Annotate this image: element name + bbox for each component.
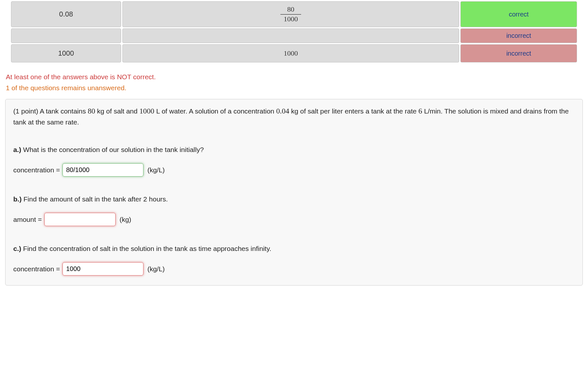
part-b-field-label: amount = <box>13 216 42 223</box>
status-cell-incorrect: incorrect <box>460 44 577 62</box>
table-row: 0.08 80 1000 correct <box>11 1 577 27</box>
status-cell-correct: correct <box>460 1 577 27</box>
preview-cell: 80 1000 <box>122 1 459 27</box>
part-a-field-label: concentration = <box>13 166 60 174</box>
part-b: b.) Find the amount of salt in the tank … <box>13 195 575 226</box>
part-a-question: a.) What is the concentration of our sol… <box>13 146 575 154</box>
part-c-input[interactable] <box>62 262 143 276</box>
entered-cell: 1000 <box>11 44 121 62</box>
part-c-field-label: concentration = <box>13 265 60 273</box>
part-a-input[interactable] <box>62 163 143 177</box>
error-message: At least one of the answers above is NOT… <box>6 71 588 82</box>
messages: At least one of the answers above is NOT… <box>6 71 588 93</box>
part-b-input[interactable] <box>44 213 116 226</box>
preview-cell: 1000 <box>122 44 459 62</box>
fraction: 80 1000 <box>280 5 301 23</box>
results-table: 0.08 80 1000 correct incorrect 1000 1000… <box>10 0 578 64</box>
warning-message: 1 of the questions remains unanswered. <box>6 82 588 93</box>
part-c-unit: (kg/L) <box>147 265 165 273</box>
entered-cell <box>11 28 121 43</box>
table-row: 1000 1000 incorrect <box>11 44 577 62</box>
part-a-unit: (kg/L) <box>147 166 165 174</box>
preview-cell <box>122 28 459 43</box>
part-b-unit: (kg) <box>119 216 131 223</box>
problem-statement: (1 point) A tank contains 80 kg of salt … <box>13 106 575 127</box>
table-row: incorrect <box>11 28 577 43</box>
part-a: a.) What is the concentration of our sol… <box>13 146 575 177</box>
part-c-question: c.) Find the concentration of salt in th… <box>13 245 575 253</box>
part-b-question: b.) Find the amount of salt in the tank … <box>13 195 575 203</box>
status-cell-incorrect: incorrect <box>460 28 577 43</box>
problem-box: (1 point) A tank contains 80 kg of salt … <box>5 99 583 286</box>
part-c: c.) Find the concentration of salt in th… <box>13 245 575 276</box>
entered-cell: 0.08 <box>11 1 121 27</box>
